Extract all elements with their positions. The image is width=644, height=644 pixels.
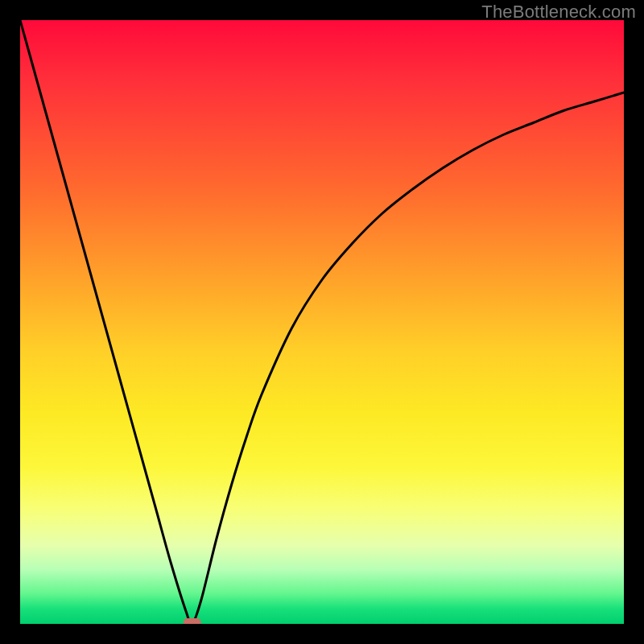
bottleneck-curve [20, 20, 624, 624]
watermark-label: TheBottleneck.com [481, 2, 636, 23]
chart-svg [20, 20, 624, 624]
sweet-spot-marker [184, 618, 201, 624]
plot-area [20, 20, 624, 624]
chart-frame: TheBottleneck.com [0, 0, 644, 644]
